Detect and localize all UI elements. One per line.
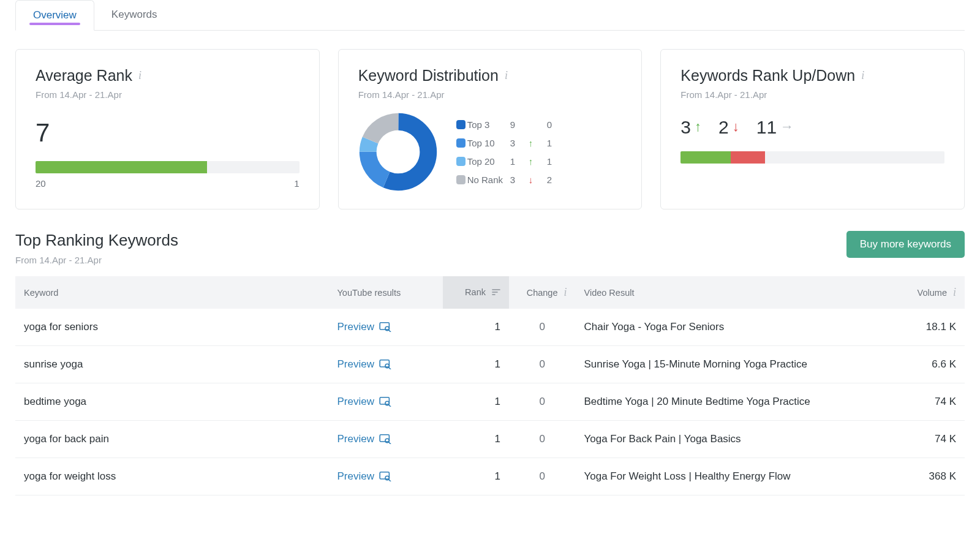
arrow-up-icon: ↑ — [529, 138, 533, 148]
svg-rect-13 — [380, 435, 389, 442]
avg-rank-bar — [36, 161, 300, 173]
th-youtube-results[interactable]: YouTube results — [329, 276, 443, 309]
preview-icon — [379, 434, 391, 444]
legend-label: Top 10 — [467, 138, 510, 148]
cell-volume: 74 K — [889, 383, 965, 421]
arrow-up-icon: ↑ — [529, 156, 533, 167]
tab-keywords[interactable]: Keywords — [94, 0, 175, 30]
table-row: sunrise yogaPreview 10Sunrise Yoga | 15-… — [15, 346, 965, 383]
scale-left: 20 — [36, 178, 46, 189]
preview-link[interactable]: Preview — [337, 470, 391, 483]
legend-label: No Rank — [467, 175, 510, 185]
arrow-right-icon: → — [780, 119, 794, 135]
info-icon[interactable]: i — [138, 69, 141, 82]
legend-row: Top 201↑1 — [456, 152, 622, 170]
keywords-table: Keyword YouTube results Rank Change i Vi… — [15, 276, 965, 495]
preview-link[interactable]: Preview — [337, 321, 391, 333]
svg-rect-7 — [380, 360, 389, 367]
preview-link[interactable]: Preview — [337, 396, 391, 408]
legend-label: Top 20 — [467, 156, 510, 167]
cell-keyword: yoga for seniors — [15, 309, 329, 346]
svg-point-3 — [368, 122, 428, 183]
cell-keyword: sunrise yoga — [15, 346, 329, 383]
table-row: bedtime yogaPreview 10Bedtime Yoga | 20 … — [15, 383, 965, 421]
preview-icon — [379, 472, 391, 481]
info-icon[interactable]: i — [953, 286, 956, 298]
legend-row: No Rank3↓2 — [456, 170, 622, 189]
card-subtitle: From 14.Apr - 21.Apr — [36, 89, 300, 100]
legend-label: Top 3 — [467, 119, 510, 130]
card-average-rank: Average Rank i From 14.Apr - 21.Apr 7 20… — [15, 49, 320, 209]
card-subtitle: From 14.Apr - 21.Apr — [358, 89, 622, 100]
info-icon[interactable]: i — [861, 69, 864, 82]
updown-bar — [680, 151, 944, 164]
preview-icon — [379, 322, 391, 332]
legend-delta: 0 — [547, 119, 565, 130]
card-title: Keyword Distribution — [358, 67, 499, 85]
rank-up-count: 3↑ — [680, 117, 701, 138]
cell-volume: 6.6 K — [889, 346, 965, 383]
th-change[interactable]: Change i — [509, 276, 576, 309]
svg-rect-10 — [380, 397, 389, 404]
legend-count: 1 — [510, 156, 529, 167]
cell-change: 0 — [509, 309, 576, 346]
cell-rank: 1 — [443, 383, 510, 421]
cell-volume: 18.1 K — [889, 309, 965, 346]
tab-overview[interactable]: Overview — [15, 0, 94, 31]
legend-swatch — [456, 175, 466, 184]
cell-volume: 74 K — [889, 421, 965, 458]
cell-video: Yoga For Weight Loss | Healthy Energy Fl… — [576, 458, 889, 495]
info-icon[interactable]: i — [505, 69, 508, 82]
tabs: Overview Keywords — [15, 0, 965, 31]
cell-video: Sunrise Yoga | 15-Minute Morning Yoga Pr… — [576, 346, 889, 383]
section-subtitle: From 14.Apr - 21.Apr — [15, 255, 178, 265]
info-icon[interactable]: i — [564, 286, 567, 298]
cell-video: Bedtime Yoga | 20 Minute Bedtime Yoga Pr… — [576, 383, 889, 421]
th-volume[interactable]: Volume i — [889, 276, 965, 309]
svg-line-9 — [389, 367, 391, 369]
svg-line-18 — [389, 480, 391, 481]
svg-rect-16 — [380, 472, 389, 479]
preview-icon — [379, 397, 391, 407]
arrow-up-icon: ↑ — [695, 119, 701, 135]
th-keyword[interactable]: Keyword — [15, 276, 329, 309]
svg-line-6 — [389, 330, 391, 332]
cell-rank: 1 — [443, 346, 510, 383]
legend-swatch — [456, 157, 466, 166]
svg-rect-4 — [380, 323, 389, 330]
preview-link[interactable]: Preview — [337, 433, 391, 445]
section-title: Top Ranking Keywords — [15, 231, 178, 250]
rank-flat-count: 11→ — [756, 117, 794, 138]
cell-rank: 1 — [443, 309, 510, 346]
legend-swatch — [456, 138, 466, 148]
preview-icon — [379, 360, 391, 369]
arrow-down-icon: ↓ — [529, 175, 533, 185]
legend-count: 9 — [510, 119, 529, 130]
svg-line-15 — [389, 442, 391, 444]
sort-icon — [492, 288, 500, 298]
table-row: yoga for weight lossPreview 10Yoga For W… — [15, 458, 965, 495]
legend-delta: 2 — [547, 175, 565, 185]
cell-preview: Preview — [329, 421, 443, 458]
preview-link[interactable]: Preview — [337, 358, 391, 371]
svg-line-12 — [389, 405, 391, 407]
legend-row: Top 103↑1 — [456, 134, 622, 152]
cell-rank: 1 — [443, 458, 510, 495]
legend-count: 3 — [510, 138, 529, 148]
cell-preview: Preview — [329, 383, 443, 421]
card-keyword-distribution: Keyword Distribution i From 14.Apr - 21.… — [338, 49, 643, 209]
cell-change: 0 — [509, 346, 576, 383]
cell-video: Chair Yoga - Yoga For Seniors — [576, 309, 889, 346]
scale-right: 1 — [294, 178, 299, 189]
average-rank-value: 7 — [36, 118, 300, 148]
buy-more-keywords-button[interactable]: Buy more keywords — [846, 231, 965, 258]
card-rank-up-down: Keywords Rank Up/Down i From 14.Apr - 21… — [660, 49, 965, 209]
cell-change: 0 — [509, 421, 576, 458]
legend-delta: 1 — [547, 138, 565, 148]
arrow-down-icon: ↓ — [733, 119, 739, 135]
legend: Top 390Top 103↑1Top 201↑1No Rank3↓2 — [456, 115, 622, 189]
th-rank[interactable]: Rank — [443, 276, 510, 309]
legend-count: 3 — [510, 175, 529, 185]
cell-rank: 1 — [443, 421, 510, 458]
th-video-result[interactable]: Video Result — [576, 276, 889, 309]
